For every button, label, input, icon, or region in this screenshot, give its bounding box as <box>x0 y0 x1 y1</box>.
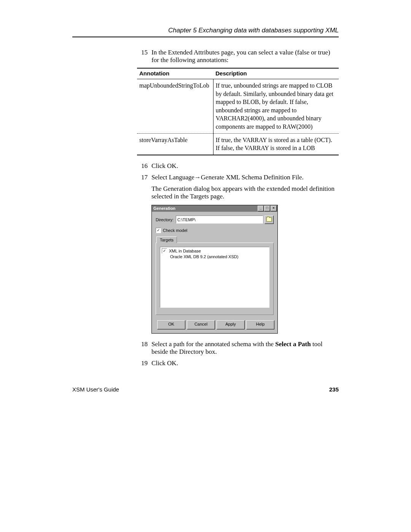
step-16: 16 Click OK. <box>137 162 339 170</box>
page-number: 235 <box>329 386 339 393</box>
table-row: storeVarrayAsTable If true, the VARRAY i… <box>137 133 339 155</box>
step-17: 17 Select Language→Generate XML Schema D… <box>137 174 339 181</box>
targets-panel: ✓ XML in Database Oracle XML DB 9.2 (ann… <box>156 243 274 315</box>
page-footer: XSM User's Guide 235 <box>72 386 339 393</box>
step-text: In the Extended Attributes page, you can… <box>151 49 339 64</box>
cell-description: If true, the VARRAY is stored as a table… <box>213 133 339 155</box>
targets-listbox[interactable]: ✓ XML in Database Oracle XML DB 9.2 (ann… <box>160 247 269 308</box>
apply-button[interactable]: Apply <box>217 320 245 329</box>
step-17-sub: The Generation dialog box appears with t… <box>151 185 339 200</box>
step-19: 19 Click OK. <box>137 359 339 367</box>
tab-targets[interactable]: Targets <box>156 236 177 243</box>
step-text: Select a path for the annotated schema w… <box>151 340 339 356</box>
xml-in-database-checkbox[interactable]: ✓ <box>162 248 167 254</box>
step-number: 17 <box>137 174 148 181</box>
step-number: 18 <box>137 340 148 356</box>
dialog-title: Generation <box>153 206 175 211</box>
cancel-button[interactable]: Cancel <box>187 320 215 329</box>
cell-annotation: storeVarrayAsTable <box>137 133 213 155</box>
help-button[interactable]: Help <box>246 320 274 329</box>
step-text: Select Language→Generate XML Schema Defi… <box>151 174 339 181</box>
table-header-row: Annotation Description <box>137 68 339 79</box>
check-model-label: Check model <box>163 228 187 233</box>
generation-dialog: Generation _ □ × Directory: ✓ Check <box>151 205 278 334</box>
minimize-icon[interactable]: _ <box>258 206 264 211</box>
maximize-icon[interactable]: □ <box>264 206 270 211</box>
step-15: 15 In the Extended Attributes page, you … <box>137 49 339 64</box>
cell-annotation: mapUnboundedStringToLob <box>137 79 213 134</box>
step-text: Click OK. <box>151 359 339 367</box>
ok-button[interactable]: OK <box>157 320 185 329</box>
step-number: 19 <box>137 359 148 367</box>
cell-description: If true, unbounded strings are mapped to… <box>213 79 339 134</box>
folder-icon <box>266 217 272 222</box>
check-model-checkbox[interactable]: ✓ <box>156 228 161 233</box>
th-description: Description <box>213 68 339 79</box>
dialog-button-row: OK Cancel Apply Help <box>152 317 277 333</box>
page-header: Chapter 5 Exchanging data with databases… <box>72 27 339 34</box>
dialog-titlebar[interactable]: Generation _ □ × <box>152 205 277 212</box>
step-18: 18 Select a path for the annotated schem… <box>137 340 339 356</box>
table-row: mapUnboundedStringToLob If true, unbound… <box>137 79 339 134</box>
step-number: 16 <box>137 162 148 170</box>
tree-root-label: XML in Database <box>169 249 201 253</box>
tree-root-item[interactable]: ✓ XML in Database <box>162 248 268 254</box>
select-path-button[interactable] <box>264 216 274 224</box>
close-icon[interactable]: × <box>271 206 277 211</box>
th-annotation: Annotation <box>137 68 213 79</box>
step-number: 15 <box>137 49 148 64</box>
tree-child-item[interactable]: Oracle XML DB 9.2 (annotated XSD) <box>170 254 268 259</box>
step-text: Click OK. <box>151 162 339 170</box>
header-rule <box>72 37 339 37</box>
directory-label: Directory: <box>156 217 174 222</box>
annotation-table: Annotation Description mapUnboundedStrin… <box>137 68 339 155</box>
footer-left: XSM User's Guide <box>72 386 119 393</box>
directory-input[interactable] <box>176 216 263 224</box>
